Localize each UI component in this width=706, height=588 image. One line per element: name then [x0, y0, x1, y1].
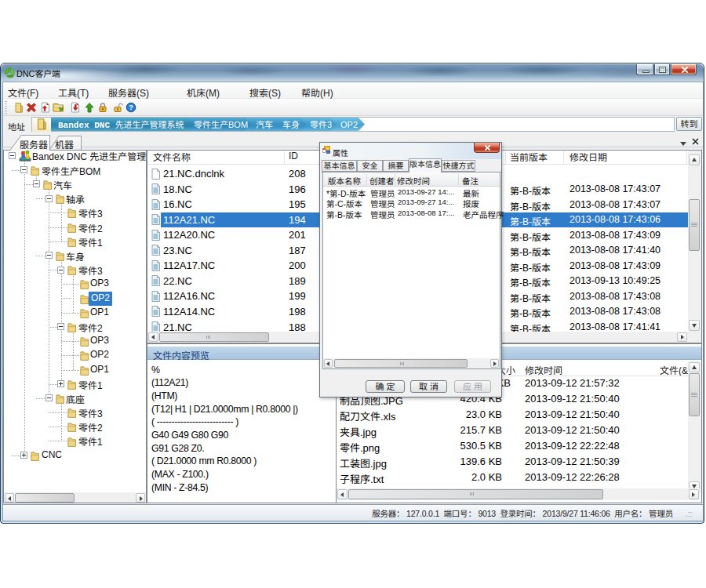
svg-text:?: ?: [129, 103, 133, 111]
